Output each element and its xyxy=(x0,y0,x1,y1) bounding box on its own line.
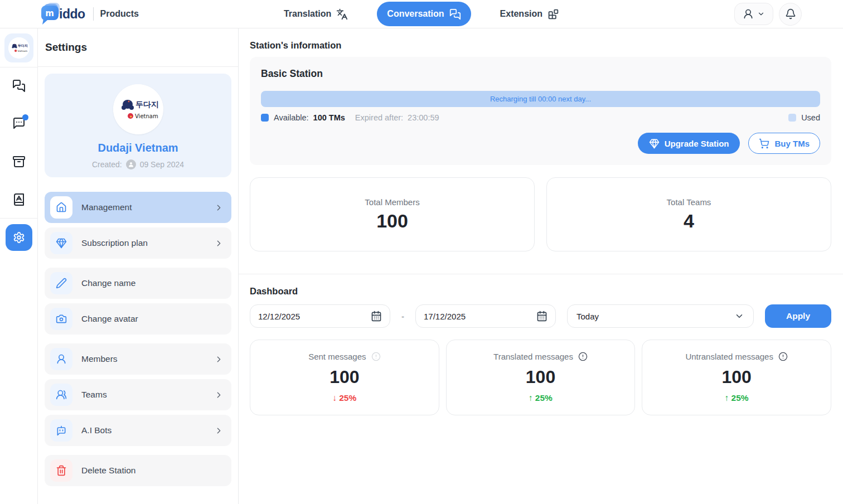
rail-conversations-button[interactable] xyxy=(8,75,30,97)
svg-text:★: ★ xyxy=(129,114,132,118)
basic-station-card: Basic Station Recharging till 00:00 next… xyxy=(250,57,831,165)
svg-text:두다지: 두다지 xyxy=(18,44,28,48)
station-avatar-large[interactable]: 두다지 ★ Vietnam xyxy=(113,84,163,134)
menu-label: Subscription plan xyxy=(81,238,148,248)
total-teams-card: Total Teams 4 xyxy=(546,177,831,251)
tab-translation-label: Translation xyxy=(284,9,331,19)
user-icon xyxy=(50,348,72,370)
blocks-icon xyxy=(548,8,559,20)
info-icon[interactable] xyxy=(371,352,381,361)
apply-button[interactable]: Apply xyxy=(765,304,831,328)
archive-icon xyxy=(12,155,26,168)
tab-translation[interactable]: Translation xyxy=(274,2,358,26)
stats-row: Sent messages 100 ↓ 25% Translated messa… xyxy=(250,340,831,415)
home-icon xyxy=(50,196,72,219)
bell-icon xyxy=(785,8,796,20)
upgrade-station-button[interactable]: Upgrade Station xyxy=(638,133,740,154)
calendar-icon[interactable] xyxy=(371,311,382,322)
range-preset-select[interactable]: Today xyxy=(567,304,754,328)
buy-tms-button[interactable]: Buy TMs xyxy=(748,133,820,154)
rail-settings-button[interactable] xyxy=(6,224,32,251)
notification-dot xyxy=(22,114,28,120)
available-swatch xyxy=(261,114,269,122)
user-icon xyxy=(743,8,754,20)
contacts-book-icon xyxy=(12,193,26,206)
date-from-field[interactable] xyxy=(250,304,390,328)
sent-messages-label: Sent messages xyxy=(308,352,366,361)
menu-item-change-name[interactable]: Change name xyxy=(45,268,231,299)
arrow-up-icon: ↑ xyxy=(725,393,729,403)
date-to-field[interactable] xyxy=(415,304,556,328)
notifications-button[interactable] xyxy=(779,3,802,26)
left-icon-rail: 두다지 ★ Vietnam xyxy=(0,28,38,504)
translated-messages-value: 100 xyxy=(526,367,555,387)
pencil-icon xyxy=(50,272,72,294)
users-icon xyxy=(50,384,72,406)
station-name[interactable]: Dudaji Vietnam xyxy=(98,142,178,154)
menu-label: Delete Station xyxy=(81,466,135,476)
sidebar-title: Settings xyxy=(45,41,87,54)
menu-item-teams[interactable]: Teams xyxy=(45,379,231,410)
station-plan-title: Basic Station xyxy=(261,68,820,80)
arrow-down-icon: ↓ xyxy=(332,393,337,403)
conversations-icon xyxy=(12,79,26,93)
chevron-right-icon xyxy=(214,355,224,364)
station-avatar: 두다지 ★ Vietnam xyxy=(8,37,30,59)
settings-sidebar: Settings 두다지 ★ Vietnam Dudaji Vietnam Cr… xyxy=(38,28,239,504)
total-teams-value: 4 xyxy=(684,210,694,232)
settings-gear-icon xyxy=(13,231,25,244)
calendar-icon[interactable] xyxy=(536,311,548,322)
chevron-down-icon xyxy=(757,10,765,18)
menu-item-subscription-plan[interactable]: Subscription plan xyxy=(45,227,231,259)
tab-conversation[interactable]: Conversation xyxy=(377,2,471,26)
translated-messages-label: Translated messages xyxy=(493,352,573,361)
main-content: Station's information Basic Station Rech… xyxy=(239,28,843,504)
untranslated-messages-card: Untranslated messages 100 ↑ 25% xyxy=(642,340,831,415)
available-label: Available: xyxy=(274,113,309,122)
info-icon[interactable] xyxy=(578,352,588,361)
sent-messages-value: 100 xyxy=(330,367,359,387)
used-swatch xyxy=(788,114,796,122)
settings-menu: Management Subscription plan Change name… xyxy=(45,192,231,486)
date-to-input[interactable] xyxy=(424,312,524,321)
available-value: 100 TMs xyxy=(313,113,345,122)
middo-logo-icon: m xyxy=(39,2,61,26)
untranslated-messages-label: Untranslated messages xyxy=(685,352,773,361)
chevron-right-icon xyxy=(214,239,224,248)
date-from-input[interactable] xyxy=(258,312,358,321)
menu-label: Management xyxy=(81,202,132,212)
menu-label: Members xyxy=(81,354,118,364)
messages-icon xyxy=(449,8,461,20)
station-created: Created: 09 Sep 2024 xyxy=(92,159,184,169)
tm-usage-bar: Recharging till 00:00 next day... xyxy=(261,91,820,107)
menu-item-members[interactable]: Members xyxy=(45,343,231,375)
chevron-right-icon xyxy=(214,390,224,400)
trend-value: 25% xyxy=(339,393,356,403)
menu-item-change-avatar[interactable]: Change avatar xyxy=(45,303,231,335)
rail-contacts-button[interactable] xyxy=(8,188,30,211)
station-avatar-button[interactable]: 두다지 ★ Vietnam xyxy=(4,33,33,62)
svg-text:Vietnam: Vietnam xyxy=(135,113,158,119)
menu-item-management[interactable]: Management xyxy=(45,192,231,223)
camera-icon xyxy=(50,308,72,330)
rail-ai-chat-button[interactable] xyxy=(8,112,30,134)
account-menu-button[interactable] xyxy=(734,3,773,25)
rail-archive-button[interactable] xyxy=(8,151,30,173)
rail-divider xyxy=(0,218,37,219)
tab-extension-label: Extension xyxy=(500,9,542,19)
svg-text:두다지: 두다지 xyxy=(135,100,159,109)
date-range-separator: - xyxy=(390,312,415,321)
svg-text:m: m xyxy=(45,8,54,18)
tab-extension[interactable]: Extension xyxy=(490,2,569,26)
products-label: Products xyxy=(100,9,139,19)
middo-logo[interactable]: m iddo xyxy=(39,2,85,26)
gem-icon xyxy=(649,138,660,149)
created-label: Created: xyxy=(92,160,122,169)
untranslated-messages-value: 100 xyxy=(721,367,751,387)
menu-item-ai-bots[interactable]: A.I Bots xyxy=(45,415,231,446)
sent-messages-card: Sent messages 100 ↓ 25% xyxy=(250,340,439,415)
totals-row: Total Members 100 Total Teams 4 xyxy=(250,177,831,251)
info-icon[interactable] xyxy=(778,352,788,361)
navbar-right xyxy=(734,3,802,26)
menu-item-delete-station[interactable]: Delete Station xyxy=(45,455,231,486)
